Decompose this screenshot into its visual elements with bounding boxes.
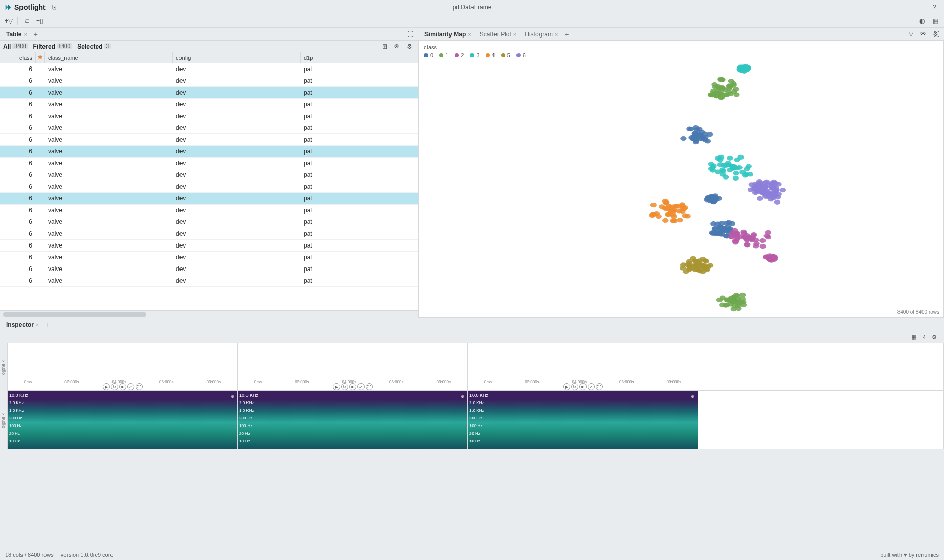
table-row[interactable]: 6valvedevpat xyxy=(0,263,418,275)
stop-icon[interactable]: ■ xyxy=(349,383,356,390)
close-icon[interactable]: × xyxy=(24,31,27,37)
cell-d1p: pat xyxy=(301,275,408,286)
play-icon[interactable]: ▶ xyxy=(103,383,110,390)
column-add-icon[interactable]: +▯ xyxy=(34,16,46,26)
visibility-icon[interactable]: 👁 xyxy=(391,41,402,52)
inspector-col-count: 4 xyxy=(923,334,926,340)
similarity-map-canvas[interactable]: class 0123456 8400 of 8400 rows xyxy=(418,41,944,318)
filter-add-icon[interactable]: +▽ xyxy=(3,16,14,26)
svg-point-358 xyxy=(732,239,738,243)
add-column-icon[interactable]: ⊞ xyxy=(379,41,390,52)
layout-icon[interactable]: ▦ xyxy=(930,16,941,26)
gear-icon[interactable]: ⚙ xyxy=(231,394,234,399)
play-icon[interactable]: ▶ xyxy=(333,383,340,390)
table-body[interactable]: 6valvedevpat6valvedevpat6valvedevpat6val… xyxy=(0,63,418,310)
table-row[interactable]: 6valvedevpat xyxy=(0,216,418,228)
expand-icon[interactable]: ⤢ xyxy=(127,383,134,390)
grid-icon[interactable]: ▦ xyxy=(908,332,919,342)
filter-icon[interactable]: ▽ xyxy=(905,29,916,39)
tab-add-button[interactable]: + xyxy=(43,320,52,329)
col-header-d1p[interactable]: d1p xyxy=(301,52,408,63)
table-row[interactable]: 6valvedevpat xyxy=(0,169,418,181)
tab-scatter-plot[interactable]: Scatter Plot× xyxy=(476,29,521,39)
svg-point-355 xyxy=(740,230,747,234)
table-row[interactable]: 6valvedevpat xyxy=(0,252,418,263)
fullscreen-icon[interactable]: ⛶ xyxy=(136,383,143,390)
fullscreen-icon[interactable]: ⛶ xyxy=(596,383,603,390)
table-row[interactable]: 6valvedevpat xyxy=(0,181,418,193)
gear-icon[interactable]: ⚙ xyxy=(461,394,464,399)
col-header-config[interactable]: config xyxy=(173,52,301,63)
spectrogram[interactable]: 10.0 KHz2.0 KHz1.0 KHz200 Hz100 Hz20 Hz1… xyxy=(238,391,467,449)
loop-icon[interactable]: ↻ xyxy=(571,383,578,390)
table-row[interactable]: 6valvedevpat xyxy=(0,99,418,110)
tab-inspector[interactable]: Inspector× xyxy=(2,320,43,330)
table-row[interactable]: 6valvedevpat xyxy=(0,63,418,75)
filter-selected[interactable]: Selected3 xyxy=(77,43,111,50)
tab-table[interactable]: Table× xyxy=(2,29,31,39)
settings-icon[interactable]: ⚙ xyxy=(930,29,941,39)
waveform[interactable]: 0ms02:000s04:000s06:000s08:000s▶↻■⤢⛶ xyxy=(468,343,698,390)
theme-icon[interactable]: ◐ xyxy=(916,16,928,26)
fullscreen-icon[interactable]: ⛶ xyxy=(366,383,373,390)
tab-similarity-map[interactable]: Similarity Map× xyxy=(420,29,476,39)
maximize-icon[interactable]: ⛶ xyxy=(932,320,941,329)
expand-icon[interactable]: ⤢ xyxy=(357,383,365,390)
table-row[interactable]: 6valvedevpat xyxy=(0,87,418,99)
row-close-button[interactable]: ×audio xyxy=(0,343,7,391)
close-icon[interactable]: × xyxy=(555,31,558,37)
lasso-icon[interactable]: ⊂ xyxy=(21,16,32,26)
help-icon[interactable]: ? xyxy=(929,2,940,12)
stop-icon[interactable]: ■ xyxy=(119,383,126,390)
tab-add-button[interactable]: + xyxy=(31,30,40,39)
visibility-icon[interactable]: 👁 xyxy=(917,29,929,39)
waveform[interactable]: 0ms02:000s04:000s06:000s08:000s▶↻■⤢⛶ xyxy=(8,343,237,390)
close-icon[interactable]: × xyxy=(513,31,516,37)
play-icon[interactable]: ▶ xyxy=(563,383,570,390)
tab-add-button[interactable]: + xyxy=(562,30,571,39)
loop-icon[interactable]: ↻ xyxy=(111,383,118,390)
table-row[interactable]: 6valvedevpat xyxy=(0,193,418,205)
cell-d1p: pat xyxy=(301,134,408,145)
stop-icon[interactable]: ■ xyxy=(579,383,587,390)
table-row[interactable]: 6valvedevpat xyxy=(0,122,418,134)
app-brand: Spotlight xyxy=(4,3,46,11)
spectrogram[interactable]: 10.0 KHz2.0 KHz1.0 KHz200 Hz100 Hz20 Hz1… xyxy=(8,391,237,449)
table-row[interactable]: 6valvedevpat xyxy=(0,158,418,169)
table-row[interactable]: 6valvedevpat xyxy=(0,228,418,240)
table-row[interactable]: 6valvedevpat xyxy=(0,240,418,252)
settings-icon[interactable]: ⚙ xyxy=(929,332,940,342)
cell-config: dev xyxy=(173,75,301,86)
filter-all[interactable]: All8400 xyxy=(3,43,28,50)
cluster-plot[interactable] xyxy=(419,41,943,317)
maximize-icon[interactable]: ⛶ xyxy=(406,30,415,39)
table-row[interactable]: 6valvedevpat xyxy=(0,110,418,122)
loop-icon[interactable]: ↻ xyxy=(341,383,348,390)
table-row[interactable]: 6valvedevpat xyxy=(0,275,418,287)
gear-icon[interactable]: ⚙ xyxy=(691,394,694,399)
document-title: pd.DataFrame xyxy=(453,4,492,11)
close-icon[interactable]: × xyxy=(36,322,39,328)
waveform[interactable]: 0ms02:000s04:000s06:000s08:000s▶↻■⤢⛶ xyxy=(238,343,467,390)
svg-point-357 xyxy=(765,235,771,239)
expand-icon[interactable]: ⤢ xyxy=(588,383,595,390)
close-icon[interactable]: × xyxy=(468,31,471,37)
table-row[interactable]: 6valvedevpat xyxy=(0,134,418,146)
row-close-button[interactable]: ×audio xyxy=(0,391,7,449)
filter-filtered[interactable]: Filtered8400 xyxy=(33,43,73,50)
spectrogram[interactable]: 10.0 KHz2.0 KHz1.0 KHz200 Hz100 Hz20 Hz1… xyxy=(468,391,698,449)
cell-classname: valve xyxy=(45,110,173,122)
svg-point-319 xyxy=(714,222,721,227)
col-header-star[interactable]: ✱ xyxy=(36,52,45,63)
horizontal-scrollbar[interactable] xyxy=(0,310,418,318)
open-folder-icon[interactable]: ⎘ xyxy=(49,2,60,12)
col-header-class[interactable]: class xyxy=(0,52,36,63)
svg-point-278 xyxy=(709,197,715,202)
settings-icon[interactable]: ⚙ xyxy=(403,41,415,52)
table-row[interactable]: 6valvedevpat xyxy=(0,146,418,158)
table-row[interactable]: 6valvedevpat xyxy=(0,75,418,87)
table-row[interactable]: 6valvedevpat xyxy=(0,205,418,216)
svg-point-152 xyxy=(727,168,733,172)
col-header-classname[interactable]: class_name xyxy=(45,52,173,63)
tab-histogram[interactable]: Histogram× xyxy=(521,29,562,39)
